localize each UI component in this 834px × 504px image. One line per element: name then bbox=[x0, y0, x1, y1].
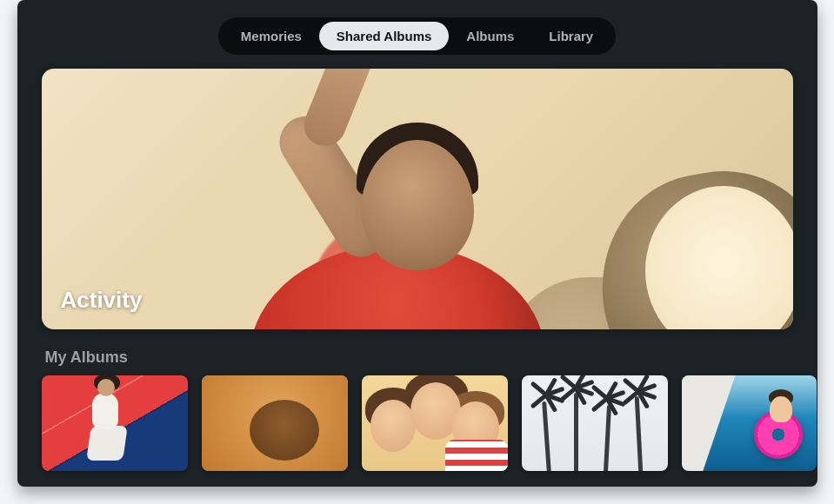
tabs-pill: Memories Shared Albums Albums Library bbox=[218, 17, 616, 55]
photos-app-screen: Memories Shared Albums Albums Library Ac… bbox=[17, 0, 817, 487]
activity-hero-card[interactable]: Activity bbox=[42, 69, 793, 329]
section-title-my-albums: My Albums bbox=[45, 348, 793, 367]
album-thumbnail[interactable] bbox=[362, 375, 508, 471]
hero-person-illustration bbox=[197, 105, 597, 329]
tab-library[interactable]: Library bbox=[531, 22, 610, 50]
album-thumbnail[interactable] bbox=[202, 375, 348, 471]
hero-background bbox=[42, 69, 793, 329]
top-tabs: Memories Shared Albums Albums Library bbox=[42, 17, 793, 55]
album-thumbnail[interactable] bbox=[522, 375, 668, 471]
person-icon bbox=[77, 388, 137, 464]
hero-label: Activity bbox=[61, 287, 143, 314]
my-albums-row bbox=[42, 375, 793, 471]
tab-shared-albums[interactable]: Shared Albums bbox=[319, 22, 449, 50]
tab-albums[interactable]: Albums bbox=[449, 22, 531, 50]
album-thumbnail[interactable] bbox=[42, 375, 188, 471]
album-thumbnail[interactable] bbox=[682, 375, 817, 471]
tab-memories[interactable]: Memories bbox=[224, 22, 319, 50]
